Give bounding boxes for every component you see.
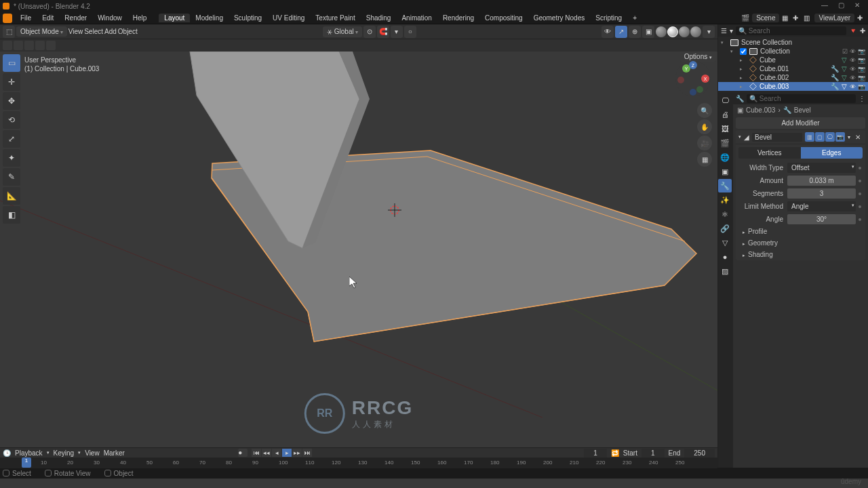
anim-dot[interactable] <box>859 205 861 208</box>
anim-dot[interactable] <box>859 180 861 182</box>
orientation-dropdown[interactable]: ⚹ Global▾ <box>323 26 362 37</box>
ptab-world[interactable]: 🌐 <box>718 150 732 164</box>
menu-help[interactable]: Help <box>127 14 153 22</box>
shading-rendered[interactable] <box>690 26 701 37</box>
tab-texture-paint[interactable]: Texture Paint <box>310 14 360 22</box>
props-options-icon[interactable]: ⋮ <box>859 95 865 102</box>
tab-rendering[interactable]: Rendering <box>437 14 479 22</box>
eye-icon[interactable]: 👁 <box>850 83 856 90</box>
tool-scale[interactable]: ⤢ <box>3 130 20 148</box>
outliner-item-cube[interactable]: ▸ Cube ▽ 👁📷 <box>718 56 868 64</box>
exclude-icon[interactable]: ☑ <box>842 48 848 55</box>
ptab-material[interactable]: ● <box>718 250 732 264</box>
outliner-collection[interactable]: ▾ Collection ☑👁📷 <box>718 47 868 56</box>
scene-dropdown[interactable]: Scene <box>752 14 779 22</box>
play-reverse[interactable]: ◂ <box>272 449 281 457</box>
browse-scene-icon[interactable]: ▦ <box>782 14 790 22</box>
ptab-viewlayer[interactable]: 🖼 <box>718 122 732 136</box>
eye-icon[interactable]: 👁 <box>850 57 856 64</box>
segments-field[interactable]: 3 <box>787 188 856 199</box>
proportional-edit[interactable]: ○ <box>404 26 416 38</box>
ptab-physics[interactable]: ⚛ <box>718 207 732 221</box>
angle-field[interactable]: 30° <box>787 214 856 224</box>
nav-gizmo[interactable]: X Y Z <box>673 58 713 99</box>
vp-menu-object[interactable]: Object <box>118 28 138 35</box>
ptab-render[interactable]: 🖵 <box>718 94 732 107</box>
ptab-particle[interactable]: ✨ <box>718 193 732 207</box>
select-mode-2[interactable] <box>14 41 23 50</box>
shading-solid[interactable] <box>667 26 678 37</box>
anim-dot[interactable] <box>859 218 861 221</box>
eye-icon[interactable]: 👁 <box>850 66 856 73</box>
xray-toggle[interactable]: ▣ <box>642 26 654 38</box>
jump-end[interactable]: ⏭ <box>302 449 312 457</box>
snap-dropdown[interactable]: ▾ <box>391 26 403 38</box>
autokey-toggle[interactable]: ● <box>238 449 248 457</box>
select-mode-5[interactable] <box>46 41 56 50</box>
tool-rotate[interactable]: ⟲ <box>3 111 20 129</box>
menu-render[interactable]: Render <box>59 14 92 22</box>
nav-zoom[interactable]: 🔍 <box>697 103 712 118</box>
tool-select-box[interactable]: ▭ <box>3 54 20 72</box>
anim-dot[interactable] <box>859 192 861 195</box>
tab-layout[interactable]: Layout <box>159 14 190 22</box>
shading-wireframe[interactable] <box>656 26 667 37</box>
timeline-axis[interactable]: 1 10203040506070809010011012013014015016… <box>0 458 717 468</box>
vp-menu-add[interactable]: Add <box>104 28 117 35</box>
pivot-dropdown[interactable]: ⊙ <box>363 26 376 38</box>
select-mode-1[interactable] <box>3 41 12 50</box>
mod-delete-button[interactable]: ✕ <box>853 134 863 141</box>
amount-field[interactable]: 0.033 m <box>787 176 856 186</box>
tool-add-cube[interactable]: ◧ <box>3 206 20 224</box>
nav-camera[interactable]: 🎥 <box>697 136 712 150</box>
collapse-icon[interactable]: ▾ <box>738 134 741 140</box>
mode-tab-edges[interactable]: Edges <box>801 147 863 159</box>
tool-cursor[interactable]: ✛ <box>3 73 20 91</box>
select-mode-4[interactable] <box>35 41 45 50</box>
eye-icon[interactable]: 👁 <box>850 48 856 55</box>
minimize-button[interactable]: — <box>816 1 833 11</box>
menu-edit[interactable]: Edit <box>37 14 59 22</box>
outliner-scene-collection[interactable]: ▾ Scene Collection <box>718 38 868 47</box>
tab-scripting[interactable]: Scripting <box>590 14 627 22</box>
mode-tab-vertices[interactable]: Vertices <box>738 147 801 159</box>
snap-toggle[interactable]: 🧲 <box>377 26 389 38</box>
editor-type-icon[interactable]: ⬚ <box>3 26 15 38</box>
viewlayer-dropdown[interactable]: ViewLayer <box>814 14 854 22</box>
mod-toggle-cage[interactable]: ▢ <box>815 132 825 142</box>
maximize-button[interactable]: ▢ <box>833 1 849 11</box>
ptab-constraint[interactable]: 🔗 <box>718 222 732 235</box>
tab-compositing[interactable]: Compositing <box>479 14 528 22</box>
mod-toggle-edit[interactable]: ▥ <box>805 132 814 142</box>
shading-material[interactable] <box>679 26 690 37</box>
tab-modeling[interactable]: Modeling <box>190 14 229 22</box>
tl-view[interactable]: View <box>85 449 100 457</box>
subpanel-geometry[interactable]: ▸Geometry <box>736 237 865 249</box>
outliner-new-collection-icon[interactable]: ✚ <box>860 27 865 35</box>
tool-annotate[interactable]: ✎ <box>3 168 20 186</box>
mod-extras-icon[interactable]: ▾ <box>848 134 850 140</box>
outliner-search[interactable]: 🔍 Search <box>736 26 846 35</box>
outliner-type-icon[interactable]: ☰ <box>721 27 727 35</box>
ptab-texture[interactable]: ▨ <box>718 264 732 278</box>
start-frame[interactable]: 1 <box>642 449 665 458</box>
collection-enable-checkbox[interactable] <box>740 48 747 55</box>
outliner-filter-icon[interactable]: 🔻 <box>849 27 857 35</box>
key-prev[interactable]: ◂◂ <box>262 449 271 457</box>
tab-shading[interactable]: Shading <box>361 14 397 22</box>
width-type-dropdown[interactable]: Offset▾ <box>787 163 856 173</box>
render-icon[interactable]: 📷 <box>858 75 865 81</box>
tl-marker[interactable]: Marker <box>104 449 125 457</box>
overlays-toggle[interactable]: ⊕ <box>629 26 641 38</box>
render-icon[interactable]: 📷 <box>858 66 865 73</box>
menu-window[interactable]: Window <box>92 14 127 22</box>
modifier-name-field[interactable]: Bevel <box>752 133 802 142</box>
vp-menu-select[interactable]: Select <box>84 28 103 35</box>
new-viewlayer-icon[interactable]: ✚ <box>857 14 865 22</box>
nav-persp[interactable]: ▦ <box>697 152 712 167</box>
menu-file[interactable]: File <box>15 14 37 22</box>
tl-playback[interactable]: Playback <box>15 449 43 457</box>
select-mode-3[interactable] <box>24 41 34 50</box>
outliner-display-icon[interactable]: ▾ <box>730 27 733 35</box>
tl-keying[interactable]: Keying <box>54 449 75 457</box>
